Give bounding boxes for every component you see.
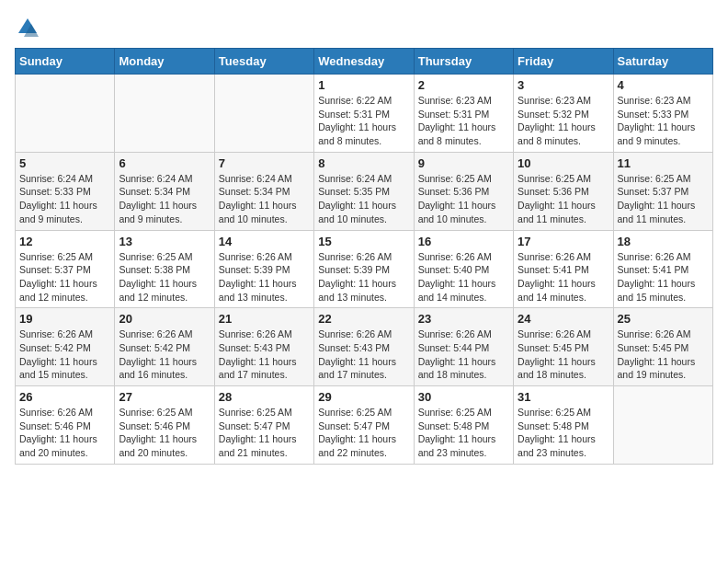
day-info: Sunrise: 6:26 AMSunset: 5:43 PMDaylight:…	[318, 327, 409, 382]
day-number: 23	[418, 312, 509, 326]
day-number: 25	[618, 312, 709, 326]
day-info: Sunrise: 6:23 AMSunset: 5:33 PMDaylight:…	[618, 94, 709, 148]
day-number: 13	[119, 235, 210, 248]
day-number: 2	[418, 78, 509, 92]
day-number: 19	[19, 312, 110, 326]
day-cell: 31Sunrise: 6:25 AMSunset: 5:48 PMDayligh…	[514, 386, 613, 465]
day-info: Sunrise: 6:26 AMSunset: 5:40 PMDaylight:…	[418, 250, 509, 304]
day-cell: 26Sunrise: 6:26 AMSunset: 5:46 PMDayligh…	[16, 386, 115, 465]
day-info: Sunrise: 6:25 AMSunset: 5:48 PMDaylight:…	[418, 406, 509, 460]
week-row-1: 1Sunrise: 6:22 AMSunset: 5:31 PMDaylight…	[16, 75, 713, 153]
day-number: 21	[219, 312, 310, 326]
col-header-saturday: Saturday	[613, 49, 712, 75]
day-info: Sunrise: 6:26 AMSunset: 5:43 PMDaylight:…	[219, 327, 310, 382]
day-number: 8	[318, 156, 409, 170]
day-number: 14	[219, 235, 310, 248]
day-cell: 20Sunrise: 6:26 AMSunset: 5:42 PMDayligh…	[115, 308, 214, 386]
day-number: 18	[618, 235, 709, 248]
day-info: Sunrise: 6:24 AMSunset: 5:34 PMDaylight:…	[219, 172, 310, 226]
day-info: Sunrise: 6:23 AMSunset: 5:32 PMDaylight:…	[518, 94, 609, 148]
day-cell: 12Sunrise: 6:25 AMSunset: 5:37 PMDayligh…	[16, 230, 115, 308]
week-row-2: 5Sunrise: 6:24 AMSunset: 5:33 PMDaylight…	[16, 152, 713, 230]
week-row-5: 26Sunrise: 6:26 AMSunset: 5:46 PMDayligh…	[16, 386, 713, 465]
day-number: 17	[518, 235, 609, 248]
day-info: Sunrise: 6:25 AMSunset: 5:47 PMDaylight:…	[219, 406, 310, 460]
day-cell: 15Sunrise: 6:26 AMSunset: 5:39 PMDayligh…	[314, 230, 414, 308]
day-number: 10	[518, 156, 609, 170]
day-info: Sunrise: 6:26 AMSunset: 5:42 PMDaylight:…	[19, 327, 110, 382]
day-number: 6	[119, 156, 210, 170]
day-number: 26	[19, 390, 110, 404]
day-cell: 4Sunrise: 6:23 AMSunset: 5:33 PMDaylight…	[613, 75, 712, 153]
day-number: 1	[318, 78, 409, 92]
day-cell	[613, 386, 712, 465]
day-info: Sunrise: 6:26 AMSunset: 5:39 PMDaylight:…	[219, 250, 310, 304]
day-cell: 3Sunrise: 6:23 AMSunset: 5:32 PMDaylight…	[514, 75, 613, 153]
day-info: Sunrise: 6:25 AMSunset: 5:36 PMDaylight:…	[418, 172, 509, 226]
week-row-4: 19Sunrise: 6:26 AMSunset: 5:42 PMDayligh…	[16, 308, 713, 386]
day-info: Sunrise: 6:25 AMSunset: 5:37 PMDaylight:…	[618, 172, 709, 226]
day-info: Sunrise: 6:24 AMSunset: 5:35 PMDaylight:…	[318, 172, 409, 226]
day-cell: 24Sunrise: 6:26 AMSunset: 5:45 PMDayligh…	[514, 308, 613, 386]
page-header	[15, 15, 713, 40]
day-number: 29	[318, 390, 409, 404]
day-header-row: SundayMondayTuesdayWednesdayThursdayFrid…	[16, 49, 713, 75]
col-header-thursday: Thursday	[414, 49, 513, 75]
day-info: Sunrise: 6:26 AMSunset: 5:45 PMDaylight:…	[518, 327, 609, 382]
day-info: Sunrise: 6:24 AMSunset: 5:34 PMDaylight:…	[119, 172, 210, 226]
day-info: Sunrise: 6:26 AMSunset: 5:42 PMDaylight:…	[119, 327, 210, 382]
day-cell: 29Sunrise: 6:25 AMSunset: 5:47 PMDayligh…	[314, 386, 414, 465]
day-info: Sunrise: 6:26 AMSunset: 5:41 PMDaylight:…	[518, 250, 609, 304]
day-cell: 13Sunrise: 6:25 AMSunset: 5:38 PMDayligh…	[115, 230, 214, 308]
day-number: 7	[219, 156, 310, 170]
day-info: Sunrise: 6:24 AMSunset: 5:33 PMDaylight:…	[19, 172, 110, 226]
day-number: 30	[418, 390, 509, 404]
day-cell: 27Sunrise: 6:25 AMSunset: 5:46 PMDayligh…	[115, 386, 214, 465]
day-cell: 1Sunrise: 6:22 AMSunset: 5:31 PMDaylight…	[314, 75, 414, 153]
day-cell: 2Sunrise: 6:23 AMSunset: 5:31 PMDaylight…	[414, 75, 513, 153]
day-number: 24	[518, 312, 609, 326]
day-info: Sunrise: 6:25 AMSunset: 5:47 PMDaylight:…	[318, 406, 409, 460]
day-cell	[115, 75, 214, 153]
day-number: 31	[518, 390, 609, 404]
col-header-wednesday: Wednesday	[314, 49, 414, 75]
day-cell: 19Sunrise: 6:26 AMSunset: 5:42 PMDayligh…	[16, 308, 115, 386]
day-cell: 21Sunrise: 6:26 AMSunset: 5:43 PMDayligh…	[214, 308, 313, 386]
col-header-sunday: Sunday	[16, 49, 115, 75]
day-cell: 16Sunrise: 6:26 AMSunset: 5:40 PMDayligh…	[414, 230, 513, 308]
day-info: Sunrise: 6:25 AMSunset: 5:36 PMDaylight:…	[518, 172, 609, 226]
day-info: Sunrise: 6:26 AMSunset: 5:44 PMDaylight:…	[418, 327, 509, 382]
day-cell: 30Sunrise: 6:25 AMSunset: 5:48 PMDayligh…	[414, 386, 513, 465]
day-info: Sunrise: 6:25 AMSunset: 5:37 PMDaylight:…	[19, 250, 110, 304]
day-number: 5	[19, 156, 110, 170]
week-row-3: 12Sunrise: 6:25 AMSunset: 5:37 PMDayligh…	[16, 230, 713, 308]
col-header-monday: Monday	[115, 49, 214, 75]
calendar-header: SundayMondayTuesdayWednesdayThursdayFrid…	[16, 49, 713, 75]
day-cell: 14Sunrise: 6:26 AMSunset: 5:39 PMDayligh…	[214, 230, 313, 308]
day-number: 12	[19, 235, 110, 248]
logo-icon	[15, 15, 40, 40]
day-number: 9	[418, 156, 509, 170]
calendar-body: 1Sunrise: 6:22 AMSunset: 5:31 PMDaylight…	[16, 75, 713, 465]
day-info: Sunrise: 6:25 AMSunset: 5:48 PMDaylight:…	[518, 406, 609, 460]
day-number: 4	[618, 78, 709, 92]
day-info: Sunrise: 6:26 AMSunset: 5:45 PMDaylight:…	[618, 327, 709, 382]
day-cell: 28Sunrise: 6:25 AMSunset: 5:47 PMDayligh…	[214, 386, 313, 465]
day-info: Sunrise: 6:26 AMSunset: 5:41 PMDaylight:…	[618, 250, 709, 304]
day-number: 3	[518, 78, 609, 92]
day-cell: 7Sunrise: 6:24 AMSunset: 5:34 PMDaylight…	[214, 152, 313, 230]
day-cell: 11Sunrise: 6:25 AMSunset: 5:37 PMDayligh…	[613, 152, 712, 230]
col-header-tuesday: Tuesday	[214, 49, 313, 75]
day-cell: 8Sunrise: 6:24 AMSunset: 5:35 PMDaylight…	[314, 152, 414, 230]
day-info: Sunrise: 6:22 AMSunset: 5:31 PMDaylight:…	[318, 94, 409, 148]
day-info: Sunrise: 6:23 AMSunset: 5:31 PMDaylight:…	[418, 94, 509, 148]
day-number: 22	[318, 312, 409, 326]
day-info: Sunrise: 6:26 AMSunset: 5:39 PMDaylight:…	[318, 250, 409, 304]
day-cell	[16, 75, 115, 153]
day-info: Sunrise: 6:25 AMSunset: 5:46 PMDaylight:…	[119, 406, 210, 460]
day-number: 11	[618, 156, 709, 170]
day-number: 16	[418, 235, 509, 248]
day-info: Sunrise: 6:26 AMSunset: 5:46 PMDaylight:…	[19, 406, 110, 460]
day-info: Sunrise: 6:25 AMSunset: 5:38 PMDaylight:…	[119, 250, 210, 304]
day-number: 27	[119, 390, 210, 404]
